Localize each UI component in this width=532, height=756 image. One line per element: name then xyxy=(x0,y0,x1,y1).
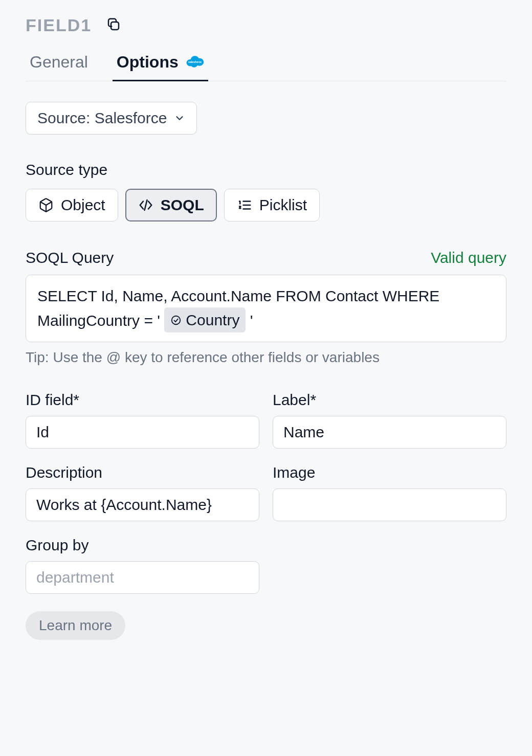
learn-more-button[interactable]: Learn more xyxy=(26,611,125,640)
source-select[interactable]: Source: Salesforce xyxy=(26,102,197,135)
label-field-label: Label* xyxy=(273,391,506,409)
source-type-group: Object SOQL Picklist xyxy=(26,189,506,221)
tabs: General Options salesforce xyxy=(26,53,506,81)
svg-text:salesforce: salesforce xyxy=(188,60,202,63)
source-type-picklist[interactable]: Picklist xyxy=(224,189,320,221)
group-by-field-group: Group by xyxy=(26,537,259,594)
header-region: FIELD1 General Options sa xyxy=(0,0,532,81)
id-field-input[interactable] xyxy=(26,416,259,449)
tab-general[interactable]: General xyxy=(26,53,92,81)
group-by-field-input[interactable] xyxy=(26,561,259,594)
numbered-list-icon xyxy=(237,197,252,213)
learn-more-label: Learn more xyxy=(39,617,112,633)
field-grid-2: Group by xyxy=(26,537,506,594)
tab-options-label: Options xyxy=(117,53,179,72)
description-field-input[interactable] xyxy=(26,488,259,521)
soql-query-text-suffix: ' xyxy=(250,312,253,329)
group-by-field-label: Group by xyxy=(26,537,259,554)
image-field-input[interactable] xyxy=(273,488,506,521)
tab-options[interactable]: Options salesforce xyxy=(113,53,208,81)
chevron-down-icon xyxy=(174,113,185,124)
soql-tip: Tip: Use the @ key to reference other fi… xyxy=(26,349,506,366)
field-title: FIELD1 xyxy=(26,15,92,35)
soql-query-input[interactable]: SELECT Id, Name, Account.Name FROM Conta… xyxy=(26,275,506,342)
image-field-group: Image xyxy=(273,464,506,521)
salesforce-cloud-icon: salesforce xyxy=(186,53,204,72)
source-type-object-label: Object xyxy=(61,196,105,214)
soql-query-header: SOQL Query Valid query xyxy=(26,249,506,266)
id-field-label: ID field* xyxy=(26,391,259,409)
code-icon xyxy=(138,197,153,213)
svg-point-11 xyxy=(172,316,181,324)
svg-line-7 xyxy=(144,200,147,210)
source-type-soql-label: SOQL xyxy=(161,196,204,214)
source-type-picklist-label: Picklist xyxy=(259,196,307,214)
soql-query-label: SOQL Query xyxy=(26,249,114,266)
description-field-label: Description xyxy=(26,464,259,481)
copy-icon[interactable] xyxy=(106,17,121,34)
source-select-label: Source: Salesforce xyxy=(37,109,167,127)
check-circle-icon xyxy=(170,315,182,326)
tab-general-label: General xyxy=(30,53,88,72)
image-field-label: Image xyxy=(273,464,506,481)
variable-token-country[interactable]: Country xyxy=(164,307,246,332)
source-type-label: Source type xyxy=(26,161,506,179)
description-field-group: Description xyxy=(26,464,259,521)
soql-query-status: Valid query xyxy=(431,249,506,266)
label-field-input[interactable] xyxy=(273,416,506,449)
source-type-soql[interactable]: SOQL xyxy=(125,189,217,221)
label-field-group: Label* xyxy=(273,391,506,449)
form-body: Source: Salesforce Source type Object SO… xyxy=(0,81,532,655)
title-row: FIELD1 xyxy=(26,15,506,35)
svg-rect-0 xyxy=(111,22,119,30)
id-field-group: ID field* xyxy=(26,391,259,449)
field-grid-1: ID field* Label* Description Image xyxy=(26,391,506,521)
source-type-object[interactable]: Object xyxy=(26,189,118,221)
variable-token-label: Country xyxy=(186,308,239,331)
cube-icon xyxy=(38,197,54,213)
